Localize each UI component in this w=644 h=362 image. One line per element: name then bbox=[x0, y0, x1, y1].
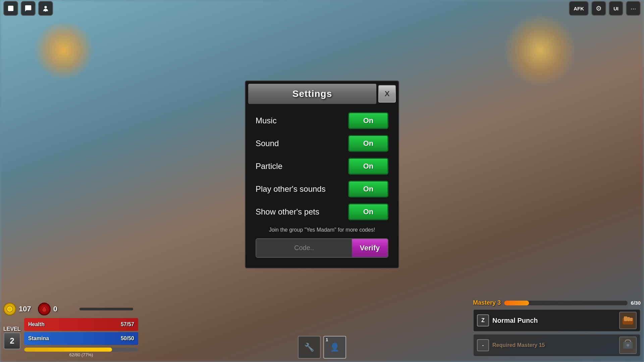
settings-modal: Settings X Music On Sound On Particle On… bbox=[245, 80, 399, 268]
modal-overlay: Settings X Music On Sound On Particle On… bbox=[0, 0, 644, 362]
show-others-pets-label: Show other's pets bbox=[256, 207, 319, 217]
play-others-sounds-label: Play other's sounds bbox=[256, 184, 326, 194]
verify-button[interactable]: Verify bbox=[352, 239, 388, 257]
music-setting-row: Music On bbox=[256, 112, 388, 129]
group-promo-text: Join the group "Yes Madam" for more code… bbox=[256, 227, 388, 233]
play-others-sounds-row: Play other's sounds On bbox=[256, 181, 388, 197]
close-button[interactable]: X bbox=[378, 85, 396, 103]
music-label: Music bbox=[256, 116, 277, 125]
sound-setting-row: Sound On bbox=[256, 135, 388, 152]
show-others-pets-toggle[interactable]: On bbox=[348, 203, 388, 220]
sound-label: Sound bbox=[256, 139, 279, 148]
particle-label: Particle bbox=[256, 162, 282, 171]
particle-setting-row: Particle On bbox=[256, 158, 388, 175]
particle-toggle[interactable]: On bbox=[348, 158, 388, 175]
sound-toggle[interactable]: On bbox=[348, 135, 388, 152]
modal-title: Settings bbox=[292, 88, 332, 99]
modal-header: Settings X bbox=[246, 81, 398, 104]
show-others-pets-row: Show other's pets On bbox=[256, 203, 388, 220]
music-toggle[interactable]: On bbox=[348, 112, 388, 129]
modal-title-area: Settings bbox=[248, 84, 376, 104]
modal-body: Music On Sound On Particle On Play other… bbox=[246, 112, 398, 258]
code-input[interactable] bbox=[256, 239, 352, 257]
play-others-sounds-toggle[interactable]: On bbox=[348, 181, 388, 197]
code-input-row: Verify bbox=[256, 238, 388, 258]
